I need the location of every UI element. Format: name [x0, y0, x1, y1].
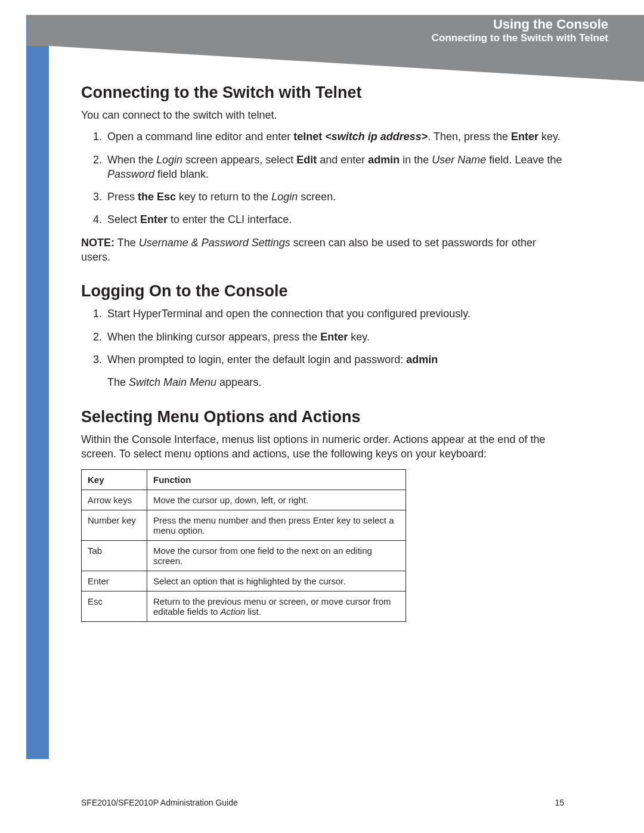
text: in the [400, 154, 432, 166]
italic-text: Login [156, 154, 182, 166]
table-row: Number key Press the menu number and the… [82, 510, 406, 541]
text: Open a command line editor and enter [107, 131, 293, 143]
text: The [114, 237, 139, 249]
text: to enter the CLI interface. [168, 213, 292, 225]
cell-func: Return to the previous menu or screen, o… [147, 592, 406, 622]
italic-text: Switch Main Menu [129, 376, 216, 388]
header-band: Using the Console Connecting to the Swit… [27, 15, 644, 46]
page-content: Connecting to the Switch with Telnet You… [81, 83, 564, 622]
steps-connecting: Open a command line editor and enter tel… [81, 129, 564, 227]
page-footer: SFE2010/SFE2010P Administration Guide 15 [81, 798, 564, 807]
side-blue-bar [26, 15, 49, 759]
cell-key: Esc [82, 592, 147, 622]
result-logging-on: The Switch Main Menu appears. [107, 375, 564, 389]
cell-func: Move the cursor from one field to the ne… [147, 541, 406, 571]
table-header-row: Key Function [82, 470, 406, 490]
text: list. [245, 606, 261, 617]
bold-text: Enter [320, 331, 348, 343]
bold-text: Enter [511, 131, 538, 143]
header-wedge [49, 46, 644, 82]
col-key: Key [82, 470, 147, 490]
key-function-table: Key Function Arrow keys Move the cursor … [81, 469, 406, 622]
text: Return to the previous menu or screen, o… [153, 596, 391, 617]
heading-selecting-menu: Selecting Menu Options and Actions [81, 408, 564, 426]
step-3: Press the Esc key to return to the Login… [105, 190, 564, 204]
footer-page-number: 15 [555, 798, 564, 807]
intro-selecting-menu: Within the Console Interface, menus list… [81, 432, 564, 462]
bold-text: Enter [140, 213, 168, 225]
header-title: Using the Console [27, 17, 608, 32]
table-row: Arrow keys Move the cursor up, down, lef… [82, 490, 406, 510]
text: field. Leave the [486, 154, 562, 166]
cell-key: Number key [82, 510, 147, 541]
header-subtitle: Connecting to the Switch with Telnet [27, 33, 608, 44]
italic-text: Login [271, 191, 298, 203]
text: When the blinking cursor appears, press … [107, 331, 320, 343]
note-label: NOTE: [81, 237, 114, 249]
text: field blank. [154, 168, 209, 180]
text: screen. [298, 191, 336, 203]
text: screen appears, select [182, 154, 296, 166]
text: Select [107, 213, 140, 225]
text: key to return to the [176, 191, 271, 203]
heading-connecting: Connecting to the Switch with Telnet [81, 83, 564, 102]
text: and enter [317, 154, 368, 166]
step-1: Open a command line editor and enter tel… [105, 129, 564, 144]
step-2: When the blinking cursor appears, press … [105, 330, 564, 344]
cell-key: Arrow keys [82, 490, 147, 510]
cell-func: Select an option that is highlighted by … [147, 571, 406, 592]
text: When prompted to login, enter the defaul… [107, 354, 406, 366]
steps-logging-on: Start HyperTerminal and open the connect… [81, 306, 564, 367]
footer-doc-title: SFE2010/SFE2010P Administration Guide [81, 798, 238, 807]
text: key. [538, 131, 561, 143]
text: . Then, press the [428, 131, 511, 143]
table-row: Esc Return to the previous menu or scree… [82, 592, 406, 622]
bold-italic-text: <switch ip address> [322, 131, 428, 143]
step-1: Start HyperTerminal and open the connect… [105, 306, 564, 321]
table-row: Enter Select an option that is highlight… [82, 571, 406, 592]
step-3: When prompted to login, enter the defaul… [105, 352, 564, 367]
col-function: Function [147, 470, 406, 490]
text: Press [107, 191, 138, 203]
bold-text: admin [406, 354, 438, 366]
intro-connecting: You can connect to the switch with telne… [81, 108, 564, 122]
bold-text: telnet [293, 131, 322, 143]
cell-key: Tab [82, 541, 147, 571]
bold-text: Edit [296, 154, 317, 166]
cell-func: Move the cursor up, down, left, or right… [147, 490, 406, 510]
italic-text: Username & Password Settings [139, 237, 290, 249]
italic-text: Action [221, 606, 246, 617]
table-row: Tab Move the cursor from one field to th… [82, 541, 406, 571]
cell-func: Press the menu number and then press Ent… [147, 510, 406, 541]
heading-logging-on: Logging On to the Console [81, 282, 564, 301]
note-connecting: NOTE: The Username & Password Settings s… [81, 236, 564, 265]
italic-text: Password [107, 168, 154, 180]
step-4: Select Enter to enter the CLI interface. [105, 212, 564, 227]
cell-key: Enter [82, 571, 147, 592]
bold-text: the Esc [138, 191, 176, 203]
text: The [107, 376, 129, 388]
text: When the [107, 154, 156, 166]
step-2: When the Login screen appears, select Ed… [105, 153, 564, 182]
bold-text: admin [368, 154, 400, 166]
italic-text: User Name [432, 154, 486, 166]
text: appears. [216, 376, 261, 388]
text: key. [348, 331, 370, 343]
